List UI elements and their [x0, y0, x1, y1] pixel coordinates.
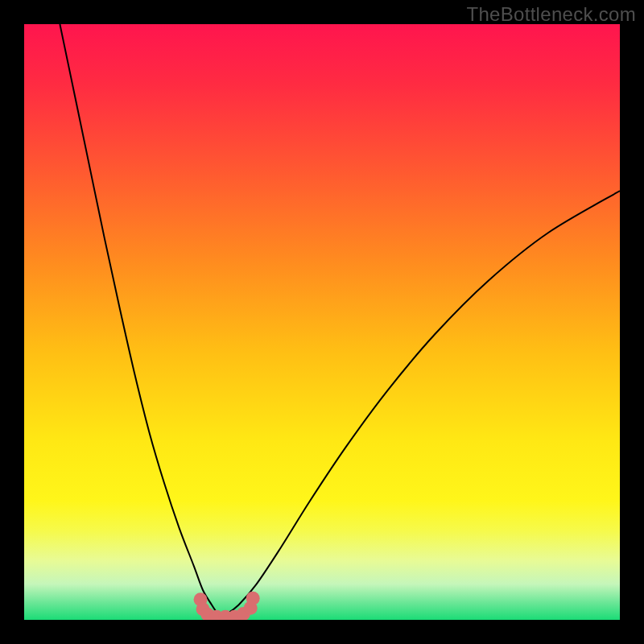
gradient-background — [24, 24, 620, 620]
chart-svg — [24, 24, 620, 620]
chart-frame: TheBottleneck.com — [0, 0, 644, 644]
bottleneck-point — [246, 592, 260, 605]
plot-area — [24, 24, 620, 620]
watermark-text: TheBottleneck.com — [466, 3, 636, 26]
